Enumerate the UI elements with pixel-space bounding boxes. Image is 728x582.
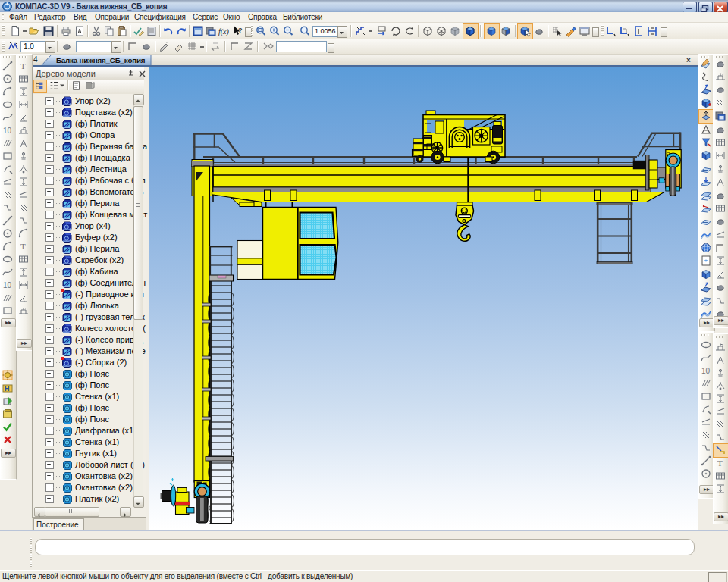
svg-text:T: T: [20, 61, 26, 70]
svg-text:10: 10: [3, 127, 12, 135]
svg-text:10: 10: [701, 367, 711, 375]
svg-text:Балка нижняя_СБ_копия: Балка нижняя_СБ_копия: [56, 56, 146, 64]
svg-text:f(x): f(x): [218, 27, 230, 36]
svg-text:?: ?: [238, 27, 243, 34]
svg-text:T: T: [717, 458, 723, 468]
svg-text:T: T: [20, 242, 26, 251]
svg-text:10: 10: [3, 281, 12, 289]
svg-text:H: H: [5, 385, 10, 393]
